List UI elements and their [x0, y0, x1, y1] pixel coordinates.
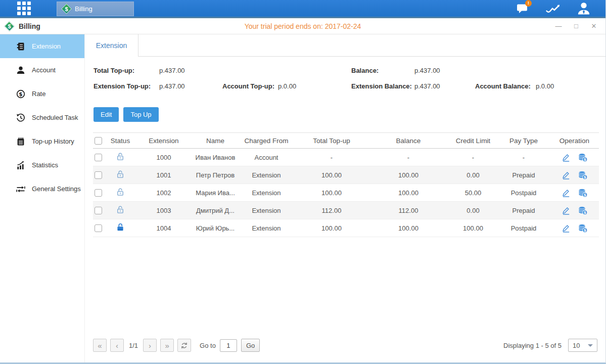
extension-topup-label: Extension Top-up: — [94, 82, 151, 90]
cell-credit-limit: 50.00 — [449, 184, 497, 202]
cell-total-topup: - — [295, 149, 368, 166]
sidebar-item-label: Top-up History — [32, 138, 74, 145]
row-edit-icon[interactable] — [561, 205, 571, 215]
minimize-button[interactable]: — — [555, 23, 562, 30]
sidebar-item-general-settings[interactable]: General Settings — [0, 177, 84, 201]
maximize-button[interactable]: □ — [573, 23, 580, 30]
cell-name: Мария Ива... — [193, 184, 238, 202]
row-edit-icon[interactable] — [561, 188, 571, 198]
pagination-bar: « ‹ 1/1 › » Go to Go Displaying — [85, 335, 605, 362]
account-icon — [16, 65, 25, 75]
row-edit-icon[interactable] — [561, 152, 571, 162]
billing-window: $ Billing ! — [0, 0, 606, 364]
sidebar-item-extension[interactable]: Extension — [0, 34, 84, 58]
select-all-checkbox[interactable] — [95, 137, 102, 145]
page-size-dropdown[interactable]: 10 — [568, 339, 597, 352]
extension-balance-value: p.437.00 — [414, 82, 440, 90]
row-checkbox[interactable] — [95, 154, 102, 161]
taskbar-tab-label: Billing — [75, 5, 92, 13]
cell-charged-from: Extension — [238, 184, 295, 202]
row-topup-icon[interactable]: $ — [578, 170, 588, 180]
col-operation: Operation — [550, 133, 599, 149]
last-page-button[interactable]: » — [160, 339, 174, 352]
cell-name: Иван Иванов — [193, 149, 238, 166]
app-launcher-icon[interactable] — [17, 2, 31, 15]
first-page-button[interactable]: « — [93, 339, 107, 352]
table-row: 1000Иван ИвановAccount---- $ — [93, 149, 599, 166]
scheduled-task-icon — [16, 113, 25, 122]
row-checkbox[interactable] — [95, 171, 102, 179]
edit-button[interactable]: Edit — [94, 107, 119, 122]
col-status: Status — [106, 133, 134, 149]
lock-closed-icon — [116, 226, 125, 234]
resource-monitor-icon[interactable] — [545, 2, 561, 15]
page-size-value: 10 — [573, 342, 580, 349]
row-checkbox[interactable] — [95, 224, 102, 232]
cell-charged-from: Extension — [238, 219, 295, 237]
rate-icon: $ — [16, 89, 25, 99]
col-balance: Balance — [368, 133, 449, 149]
cell-credit-limit: 100.00 — [449, 219, 497, 237]
notification-badge: ! — [525, 0, 532, 7]
sidebar-item-label: Account — [32, 66, 56, 74]
lock-open-icon — [116, 155, 125, 163]
goto-page-input[interactable] — [220, 339, 237, 352]
row-checkbox[interactable] — [95, 189, 102, 197]
cell-charged-from: Extension — [238, 166, 295, 184]
user-account-icon[interactable] — [576, 2, 591, 15]
row-topup-icon[interactable]: $ — [578, 223, 588, 233]
next-page-button[interactable]: › — [143, 339, 157, 352]
row-topup-icon[interactable]: $ — [578, 205, 588, 215]
table-row: 1004Юрий Юрь...Extension100.00100.00100.… — [93, 219, 599, 237]
billing-app-icon: $ — [62, 5, 71, 13]
cell-balance: 100.00 — [368, 219, 449, 237]
cell-pay-type: Postpaid — [497, 219, 550, 237]
lock-open-icon — [116, 173, 125, 180]
sidebar-item-scheduled-task[interactable]: Scheduled Task — [0, 106, 84, 129]
row-edit-icon[interactable] — [561, 223, 571, 233]
cell-extension: 1004 — [134, 219, 193, 237]
svg-text:$: $ — [584, 193, 586, 197]
sidebar-item-label: General Settings — [32, 185, 81, 193]
sidebar-item-topup-history[interactable]: Top-up History — [0, 129, 84, 153]
close-button[interactable]: ✕ — [590, 23, 597, 30]
sidebar-item-label: Statistics — [32, 161, 58, 169]
go-button[interactable]: Go — [241, 339, 260, 352]
account-topup-value: p.0.00 — [278, 82, 296, 90]
account-balance-value: p.0.00 — [536, 82, 554, 90]
row-topup-icon[interactable]: $ — [578, 188, 588, 198]
col-credit-limit: Credit Limit — [449, 133, 497, 149]
sidebar-item-label: Rate — [32, 90, 45, 98]
prev-page-button[interactable]: ‹ — [110, 339, 124, 352]
general-settings-icon — [16, 184, 25, 194]
messages-icon[interactable]: ! — [515, 2, 530, 15]
cell-pay-type: - — [497, 149, 550, 166]
row-topup-icon[interactable]: $ — [578, 152, 588, 162]
cell-name: Юрий Юрь... — [193, 219, 238, 237]
col-extension: Extension — [134, 133, 193, 149]
col-total-topup: Total Top-up — [295, 133, 368, 149]
row-checkbox[interactable] — [95, 207, 102, 214]
cell-pay-type: Prepaid — [497, 166, 550, 184]
cell-total-topup: 112.00 — [295, 202, 368, 219]
refresh-button[interactable] — [177, 339, 191, 352]
cell-name: Петр Петров — [193, 166, 238, 184]
table-body: 1000Иван ИвановAccount---- $ 1001Петр Пе… — [93, 149, 599, 237]
cell-charged-from: Account — [238, 149, 295, 166]
sidebar-item-statistics[interactable]: Statistics — [0, 153, 84, 177]
sidebar-item-account[interactable]: Account — [0, 58, 84, 82]
taskbar-billing-tab[interactable]: $ Billing — [57, 2, 134, 16]
total-topup-value: p.437.00 — [159, 67, 185, 74]
svg-text:$: $ — [584, 228, 586, 233]
extension-balance-label: Extension Balance: — [351, 82, 412, 90]
svg-text:$: $ — [584, 175, 586, 179]
tab-extension[interactable]: Extension — [85, 34, 138, 57]
top-up-button[interactable]: Top Up — [123, 107, 158, 122]
row-edit-icon[interactable] — [561, 170, 571, 180]
cell-charged-from: Extension — [238, 202, 295, 219]
sidebar-item-rate[interactable]: $ Rate — [0, 82, 84, 106]
window-title: Billing — [19, 22, 40, 30]
cell-extension: 1001 — [134, 166, 193, 184]
extension-topup-value: p.437.00 — [159, 82, 185, 90]
table-header-row: Status Extension Name Charged From Total… — [93, 133, 599, 149]
